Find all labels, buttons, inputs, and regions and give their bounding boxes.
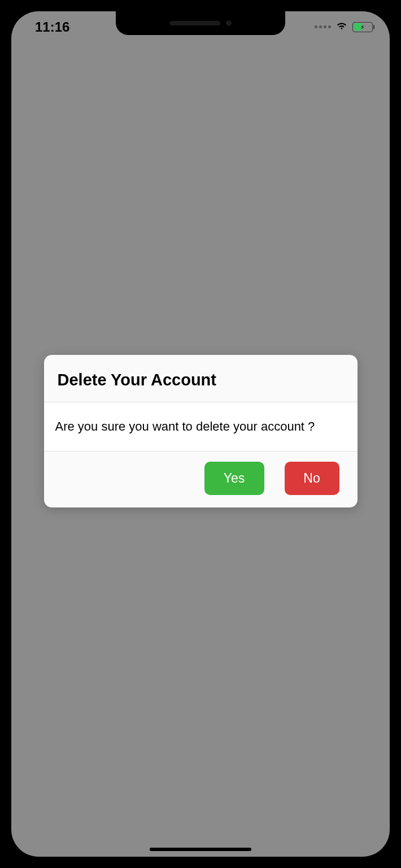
device-frame: 11:16 ⚡︎ <box>5 5 396 863</box>
yes-button[interactable]: Yes <box>204 462 264 495</box>
wifi-icon <box>335 20 348 34</box>
status-indicators: ⚡︎ <box>315 20 373 34</box>
dialog-message: Are you sure you want to delete your acc… <box>55 419 346 434</box>
confirm-dialog: Delete Your Account Are you sure you wan… <box>44 355 358 507</box>
dialog-header: Delete Your Account <box>44 355 358 402</box>
home-indicator[interactable] <box>150 848 251 851</box>
no-button[interactable]: No <box>285 462 339 495</box>
battery-charging-icon: ⚡︎ <box>360 23 365 31</box>
dialog-body: Are you sure you want to delete your acc… <box>44 402 358 452</box>
front-camera <box>226 20 232 26</box>
screen: 11:16 ⚡︎ <box>11 11 390 857</box>
dialog-title: Delete Your Account <box>58 371 344 389</box>
dialog-footer: Yes No <box>44 452 358 507</box>
speaker-grill <box>169 21 220 25</box>
status-time: 11:16 <box>35 19 69 35</box>
signal-dots-icon <box>315 25 331 28</box>
dialog-overlay: Delete Your Account Are you sure you wan… <box>11 11 390 857</box>
battery-icon: ⚡︎ <box>352 22 373 32</box>
device-notch <box>116 11 285 35</box>
